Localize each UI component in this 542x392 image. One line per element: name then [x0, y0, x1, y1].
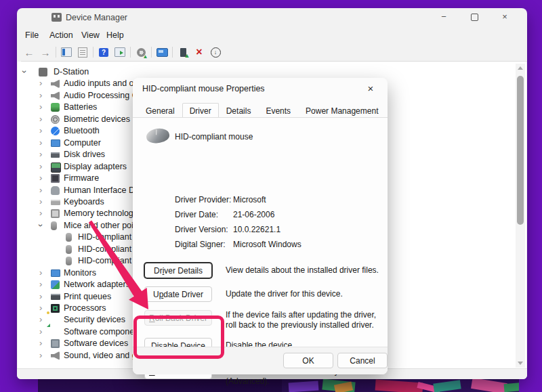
- driver-action-description: Update the driver for this device.: [226, 289, 380, 299]
- monitor-icon: [51, 269, 60, 277]
- chevron-right-icon[interactable]: ›: [39, 186, 42, 195]
- battery-icon: [51, 103, 60, 112]
- tab-details[interactable]: Details: [219, 104, 259, 118]
- menu-action[interactable]: Action: [49, 30, 73, 40]
- chevron-right-icon[interactable]: ›: [39, 197, 42, 206]
- field-driver-version: Driver Version:10.0.22621.1: [175, 225, 280, 234]
- biometric-icon: [51, 115, 60, 124]
- tab-power-management[interactable]: Power Management: [298, 104, 385, 118]
- forward-icon[interactable]: →: [38, 45, 53, 59]
- tree-item-label: Print queues: [64, 292, 111, 301]
- chevron-right-icon[interactable]: ›: [39, 79, 42, 88]
- chevron-right-icon[interactable]: ›: [39, 303, 42, 313]
- dialog-footer: OK Cancel: [133, 347, 388, 374]
- processor-icon: [51, 304, 60, 313]
- help-icon[interactable]: ?: [96, 45, 111, 59]
- properties-icon[interactable]: [75, 45, 90, 59]
- device-manager-icon: [51, 13, 62, 22]
- menu-help[interactable]: Help: [106, 30, 124, 40]
- hid-icon: [51, 186, 60, 195]
- back-icon[interactable]: ←: [22, 45, 37, 59]
- computer-root-icon: [39, 68, 47, 77]
- chevron-right-icon[interactable]: ›: [39, 114, 42, 124]
- chevron-right-icon[interactable]: ›: [39, 209, 42, 218]
- scrollbar-thumb[interactable]: [517, 76, 524, 225]
- toolbar-separator: [151, 47, 152, 58]
- uninstall-x-icon[interactable]: ×: [192, 45, 207, 59]
- title-bar: Device Manager − ×: [17, 8, 527, 27]
- tree-item-label: Disk drives: [64, 150, 105, 159]
- field-digital-signer: Digital Signer:Microsoft Windows: [175, 240, 301, 249]
- chevron-right-icon[interactable]: ›: [39, 351, 42, 360]
- tree-item-label: Network adapters: [64, 280, 130, 289]
- console-panel-icon[interactable]: [59, 45, 74, 59]
- chevron-right-icon[interactable]: ›: [39, 315, 42, 324]
- update-driver-button[interactable]: Update Driver: [144, 286, 212, 302]
- menu-file[interactable]: File: [25, 30, 39, 40]
- speaker-icon: [51, 351, 60, 360]
- printer-icon: [51, 294, 60, 300]
- softdev-icon: [51, 339, 60, 348]
- tree-item-label: Bluetooth: [64, 126, 100, 135]
- chevron-right-icon[interactable]: ›: [39, 150, 42, 159]
- scroll-up-icon[interactable]: [518, 66, 523, 70]
- tree-item-d-station[interactable]: ›D-Station: [18, 66, 519, 78]
- tree-item-label: Biometric devices: [64, 114, 130, 124]
- chevron-down-icon[interactable]: ›: [36, 224, 45, 227]
- close-button[interactable]: ×: [490, 8, 520, 26]
- menu-view[interactable]: View: [81, 30, 100, 40]
- tree-item-label: Firmware: [64, 173, 99, 183]
- chevron-down-icon[interactable]: ›: [20, 70, 29, 73]
- action-window-icon[interactable]: [112, 45, 127, 59]
- monitor-icon: [51, 139, 60, 147]
- update-driver-gear-icon[interactable]: [133, 45, 148, 59]
- chevron-right-icon[interactable]: ›: [39, 173, 42, 183]
- network-icon: [51, 280, 60, 289]
- chevron-right-icon[interactable]: ›: [39, 339, 42, 348]
- tab-driver[interactable]: Driver: [182, 103, 219, 117]
- scan-hardware-icon[interactable]: [154, 45, 169, 59]
- speaker-icon: [51, 91, 60, 100]
- minimize-button[interactable]: −: [429, 8, 459, 26]
- mouse-device-icon: [146, 127, 171, 145]
- firmware-icon: [51, 174, 60, 183]
- memory-icon: [51, 209, 60, 218]
- chevron-right-icon[interactable]: ›: [39, 280, 42, 289]
- driver-action-description: View details about the installed driver …: [226, 265, 380, 276]
- toolbar-separator: [56, 47, 56, 58]
- keyboard-icon: [51, 200, 60, 205]
- toolbar: ←→?×↓: [21, 43, 527, 62]
- scroll-down-icon[interactable]: [518, 362, 523, 365]
- maximize-button[interactable]: [459, 8, 489, 26]
- dialog-close-icon[interactable]: ×: [360, 81, 381, 97]
- tab-general[interactable]: General: [138, 104, 182, 118]
- roll-back-driver-button: Roll Back Driver: [144, 310, 212, 326]
- chevron-right-icon[interactable]: ›: [39, 138, 42, 148]
- disable-down-icon[interactable]: ↓: [208, 45, 223, 59]
- tree-item-label: Software devices: [64, 339, 128, 348]
- tree-item-label: Monitors: [64, 268, 96, 278]
- chevron-right-icon[interactable]: ›: [39, 126, 42, 135]
- tree-item-label: Processors: [64, 303, 106, 313]
- tab-events[interactable]: Events: [258, 104, 298, 118]
- add-driver-icon[interactable]: [175, 45, 190, 59]
- display-icon: [51, 162, 61, 173]
- window-title: Device Manager: [66, 13, 127, 22]
- chevron-right-icon[interactable]: ›: [39, 91, 42, 100]
- cancel-button[interactable]: Cancel: [337, 353, 388, 368]
- chevron-right-icon[interactable]: ›: [39, 327, 42, 336]
- dialog-tabs: GeneralDriverDetailsEventsPower Manageme…: [138, 103, 385, 117]
- mouse-icon: [51, 221, 57, 230]
- driver-details-button[interactable]: Driver Details: [144, 263, 212, 278]
- menu-bar: File Action View Help: [17, 28, 527, 43]
- chevron-right-icon[interactable]: ›: [39, 162, 42, 171]
- vertical-scrollbar[interactable]: [516, 64, 525, 368]
- chevron-right-icon[interactable]: ›: [39, 292, 42, 301]
- chevron-right-icon[interactable]: ›: [39, 268, 42, 278]
- chevron-right-icon[interactable]: ›: [39, 102, 42, 112]
- driver-action-description: If the device fails after updating the d…: [226, 310, 380, 330]
- properties-dialog: HID-compliant mouse Properties × General…: [133, 78, 388, 374]
- tree-item-label: D-Station: [54, 67, 89, 77]
- ok-button[interactable]: OK: [283, 353, 333, 368]
- tree-item-label: Security devices: [64, 315, 125, 324]
